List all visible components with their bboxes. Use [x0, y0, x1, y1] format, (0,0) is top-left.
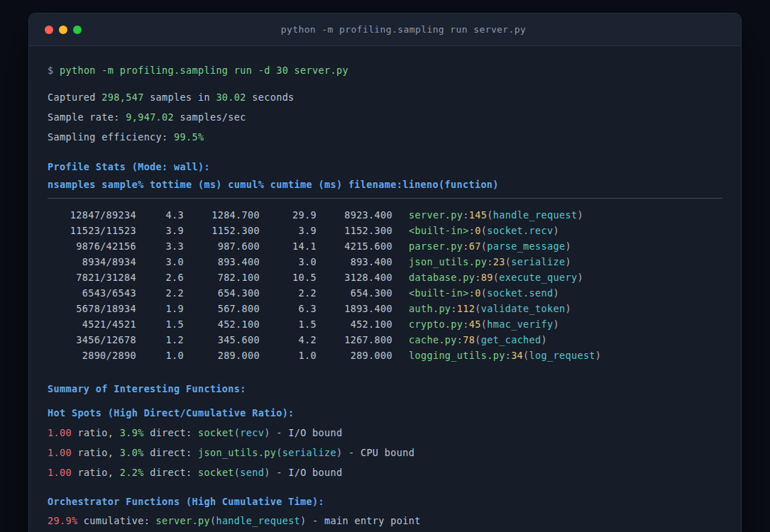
filename: cache.py	[409, 334, 457, 345]
paren-open: (	[481, 287, 487, 299]
cell-function: parser.py:67(parse_message)	[392, 238, 722, 254]
direct-pct: 2.2%	[120, 467, 144, 478]
function-name: handle_request	[216, 515, 300, 526]
paren-close: )	[565, 303, 571, 314]
paren-open: (	[523, 350, 529, 361]
cell-cumtime: 893.400	[317, 254, 392, 270]
cell-nsamples: 2890/2890	[48, 348, 136, 363]
function-name: recv	[240, 427, 264, 438]
orchestrator-title: Orchestrator Functions (High Cumulative …	[48, 492, 722, 511]
colon-separator: :	[469, 225, 475, 236]
orchestrator-item: 29.9% cumulative: server.py(handle_reque…	[48, 511, 722, 530]
stats-row: 9876/421563.3987.60014.14215.600parser.p…	[48, 238, 722, 254]
cell-cumtime: 1152.300	[317, 223, 392, 238]
paren-open: (	[487, 209, 493, 221]
cell-cumul-pct: 6.3	[260, 301, 317, 316]
cell-function: json_utils.py:23(serialize)	[392, 254, 722, 270]
cell-cumtime: 4215.600	[317, 238, 392, 254]
hot-spots-list: 1.00 ratio, 3.9% direct: socket(recv) - …	[48, 423, 722, 482]
ratio-label: ratio,	[72, 427, 120, 438]
cell-function: server.py:145(handle_request)	[392, 207, 722, 223]
paren-close: )	[565, 240, 571, 252]
paren-close: )	[264, 467, 270, 478]
stats-row: 6543/65432.2654.3002.2654.300<built-in>:…	[48, 285, 722, 301]
colon-separator: :	[475, 272, 480, 283]
function-name: serialize	[282, 447, 336, 458]
filename: auth.py	[409, 303, 451, 314]
cell-function: database.py:89(execute_query)	[392, 270, 722, 285]
cell-cumtime: 452.100	[317, 316, 392, 332]
terminal-titlebar[interactable]: python -m profiling.sampling run server.…	[29, 13, 741, 46]
window-title: python -m profiling.sampling run server.…	[82, 24, 725, 35]
terminal-output[interactable]: $ python -m profiling.sampling run -d 30…	[29, 46, 741, 532]
paren-close: )	[264, 427, 270, 438]
cell-cumul-pct: 3.9	[260, 223, 317, 238]
bound-note: - CPU bound	[342, 447, 414, 458]
close-button[interactable]	[45, 26, 53, 34]
stats-row: 3456/126781.2345.6004.21267.800cache.py:…	[48, 332, 722, 348]
orchestrator-list: 29.9% cumulative: server.py(handle_reque…	[48, 511, 722, 532]
line-number: 67	[469, 240, 481, 252]
cell-nsamples: 9876/42156	[48, 238, 136, 254]
filename: server.py	[156, 515, 210, 526]
paren-close: )	[565, 256, 571, 267]
line-number: 0	[475, 225, 480, 236]
stats-row: 11523/115233.91152.3003.91152.300<built-…	[48, 223, 722, 238]
summary-title: Summary of Interesting Functions:	[48, 379, 722, 399]
cell-nsamples: 6543/6543	[48, 285, 136, 301]
ratio-value: 1.00	[48, 447, 72, 458]
function-name: execute_query	[499, 272, 577, 283]
captured-label: Captured	[48, 92, 101, 103]
minimize-button[interactable]	[59, 26, 67, 34]
captured-line: Captured 298,547 samples in 30.02 second…	[48, 87, 722, 107]
cell-nsamples: 4521/4521	[48, 316, 136, 332]
cell-sample-pct: 3.0	[136, 254, 184, 270]
ratio-label: ratio,	[72, 467, 120, 478]
colon-separator: :	[505, 350, 511, 361]
cell-sample-pct: 2.2	[136, 285, 184, 301]
ratio-value: 1.00	[48, 467, 72, 478]
hot-spots-title: Hot Spots (High Direct/Cumulative Ratio)…	[48, 403, 722, 423]
cell-tottime: 452.100	[184, 316, 260, 332]
cell-tottime: 654.300	[184, 285, 260, 301]
stats-row: 2890/28901.0289.0001.0289.000logging_uti…	[48, 348, 722, 363]
ratio-value: 1.00	[48, 427, 72, 438]
direct-pct: 3.9%	[120, 427, 144, 438]
role-note: - main entry point	[307, 515, 421, 526]
cell-tottime: 1152.300	[184, 223, 260, 238]
cell-nsamples: 5678/18934	[48, 301, 136, 316]
function-name: log_request	[529, 350, 595, 361]
stats-row: 12847/892344.31284.70029.98923.400server…	[48, 207, 722, 223]
hot-spot-item: 1.00 ratio, 3.0% direct: json_utils.py(s…	[48, 443, 722, 462]
paren-close: )	[577, 272, 583, 283]
cell-nsamples: 12847/89234	[48, 207, 136, 223]
cell-cumul-pct: 10.5	[260, 270, 317, 285]
maximize-button[interactable]	[73, 26, 82, 34]
filename: <built-in>	[409, 225, 469, 236]
cell-sample-pct: 3.3	[136, 238, 184, 254]
colon-separator: :	[451, 303, 456, 314]
bound-note: - I/O bound	[270, 467, 343, 478]
shell-prompt: $	[48, 65, 60, 76]
filename: json_utils.py	[409, 256, 487, 267]
sample-rate-value: 9,947.02	[126, 111, 174, 123]
cell-cumul-pct: 4.2	[260, 332, 317, 348]
cell-nsamples: 11523/11523	[48, 223, 136, 238]
cell-cumtime: 8923.400	[317, 207, 392, 223]
stats-header: nsamples sample% tottime (ms) cumul% cum…	[48, 177, 722, 192]
sample-rate-suffix: samples/sec	[174, 111, 246, 123]
paren-close: )	[577, 209, 583, 221]
paren-open: (	[475, 303, 480, 314]
cell-sample-pct: 4.3	[136, 207, 184, 223]
cell-sample-pct: 1.9	[136, 301, 184, 316]
filename: json_utils.py	[198, 447, 276, 458]
filename: logging_utils.py	[409, 350, 505, 361]
cell-tottime: 345.600	[184, 332, 260, 348]
bound-note: - I/O bound	[270, 427, 343, 438]
cumulative-label: cumulative:	[77, 515, 155, 526]
cell-cumtime: 289.000	[317, 348, 392, 363]
cell-cumtime: 654.300	[317, 285, 392, 301]
line-number: 45	[469, 318, 481, 330]
cell-function: cache.py:78(get_cached)	[392, 332, 722, 348]
terminal-window: python -m profiling.sampling run server.…	[28, 13, 742, 532]
